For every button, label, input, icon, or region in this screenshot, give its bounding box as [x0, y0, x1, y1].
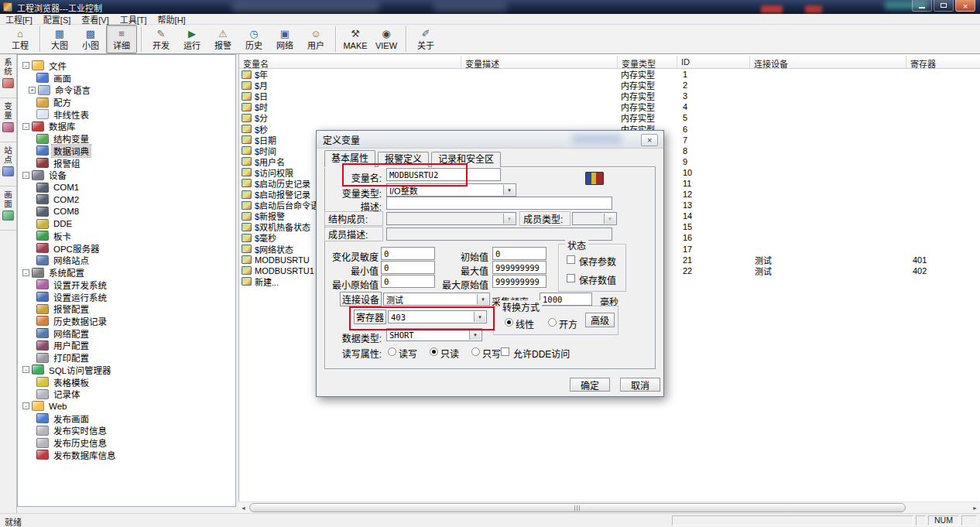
collapse-icon[interactable]: - [22, 269, 29, 276]
variable-name-input[interactable]: MODBUSRTU2 [386, 168, 501, 181]
scrollbar-thumb[interactable] [249, 503, 906, 512]
toolbar-button-about[interactable]: ✐关于 [410, 25, 441, 53]
tree-item[interactable]: COM8 [18, 206, 235, 218]
toolbar-button-view[interactable]: ◉VIEW [371, 25, 402, 53]
column-header-register[interactable]: 寄存器 [906, 56, 980, 69]
tree-item[interactable]: DDE [18, 217, 235, 230]
tree-item[interactable]: +命令语言 [18, 84, 235, 96]
tree-item[interactable]: 记录体 [18, 388, 235, 400]
ok-button[interactable]: 确定 [570, 378, 610, 392]
register-dropdown[interactable]: 403 [388, 310, 487, 323]
dialog-close-button[interactable] [641, 134, 658, 146]
tree-item[interactable]: 打印配置 [18, 351, 235, 364]
side-tab-screen[interactable]: 画面 [0, 187, 16, 231]
collapse-icon[interactable]: - [22, 62, 29, 69]
save-values-checkbox[interactable] [567, 274, 575, 282]
tree-item[interactable]: -Web [18, 400, 235, 412]
toolbar-button-run[interactable]: ▶运行 [176, 25, 207, 53]
tree-item[interactable]: -SQL访问管理器 [18, 364, 235, 376]
table-row[interactable]: $日内存实型3 [239, 91, 980, 101]
scroll-left-icon[interactable] [238, 503, 248, 513]
tree-item[interactable]: 数据词典 [18, 145, 235, 157]
toolbar-button-details[interactable]: ≡详细 [106, 25, 137, 53]
tree-item[interactable]: 报警组 [18, 157, 235, 169]
keyboard-icon[interactable] [585, 172, 604, 185]
read-write-radio[interactable] [388, 347, 396, 356]
tree-item[interactable]: 画面 [18, 72, 235, 84]
tree-item[interactable]: 设置运行系统 [18, 291, 235, 303]
tree-item[interactable]: 非线性表 [18, 108, 235, 121]
max-raw-input[interactable]: 999999999 [492, 275, 547, 288]
tree-item[interactable]: 网络配置 [18, 327, 235, 340]
tree-item[interactable]: 发布历史信息 [18, 436, 235, 449]
scroll-right-icon[interactable] [970, 503, 980, 513]
toolbar-button-larges-icon[interactable]: ▦大图 [44, 25, 75, 53]
tree-item[interactable]: 历史数据记录 [18, 315, 235, 327]
min-value-input[interactable]: 0 [381, 261, 435, 274]
toolbar-button-project[interactable]: ⌂工程 [5, 25, 36, 53]
dialog-tab-basic-props[interactable]: 基本属性 [324, 150, 375, 167]
dropdown-arrow-icon[interactable] [503, 185, 515, 195]
tree-item[interactable]: 配方 [18, 96, 235, 108]
tree-item[interactable]: COM2 [18, 193, 235, 206]
device-button[interactable]: 连接设备 [340, 292, 382, 306]
tree-item[interactable]: 发布实时信息 [18, 425, 235, 437]
minimize-button[interactable] [912, 0, 932, 12]
menu-item-view[interactable]: 查看[V] [76, 13, 114, 26]
close-button[interactable] [955, 0, 975, 12]
column-header-variable-desc[interactable]: 变量描述 [461, 56, 618, 69]
column-header-variable-name[interactable]: 变量名 [239, 56, 461, 69]
expand-icon[interactable]: + [29, 87, 36, 94]
toolbar-button-make[interactable]: ⚒MAKE [340, 25, 371, 53]
freq-input[interactable]: 1000 [540, 293, 592, 306]
cancel-button[interactable]: 取消 [620, 378, 660, 392]
collapse-icon[interactable]: - [22, 366, 29, 373]
toolbar-button-develop[interactable]: ✎开发 [146, 25, 176, 53]
advanced-button[interactable]: 高级 [585, 313, 615, 327]
column-header-variable-type[interactable]: 变量类型 [618, 56, 677, 69]
read-only-radio[interactable] [430, 347, 438, 356]
table-row[interactable]: $时内存实型4 [239, 101, 980, 112]
tree-item[interactable]: 板卡 [18, 230, 235, 242]
datatype-dropdown[interactable]: SHORT [386, 328, 482, 341]
table-row[interactable]: $分内存实型5 [239, 112, 980, 123]
horizontal-scrollbar[interactable] [238, 501, 980, 513]
tree-item[interactable]: OPC服务器 [18, 242, 235, 255]
dde-checkbox[interactable] [501, 347, 509, 356]
toolbar-button-alarm[interactable]: ⚠报警 [207, 25, 238, 53]
side-tab-station[interactable]: 站点 [0, 142, 16, 187]
table-row[interactable]: $年内存实型1 [239, 69, 980, 80]
initial-value-input[interactable]: 0 [492, 247, 547, 260]
tree-item[interactable]: 网络站点 [18, 255, 235, 267]
collapse-icon[interactable]: - [22, 402, 29, 409]
tree-item[interactable]: COM1 [18, 181, 235, 193]
write-only-radio[interactable] [471, 347, 480, 356]
tree-item[interactable]: 发布数据库信息 [18, 449, 235, 461]
max-value-input[interactable]: 999999999 [492, 261, 547, 274]
variable-type-dropdown[interactable]: I/O整数 [386, 183, 516, 197]
menu-item-tools[interactable]: 工具[T] [115, 13, 152, 26]
sqrt-radio[interactable] [548, 318, 557, 327]
linear-radio[interactable] [505, 318, 513, 327]
side-tab-system[interactable]: 系统 [0, 54, 16, 98]
tree-item[interactable]: -系统配置 [18, 266, 235, 279]
tree-item[interactable]: -设备 [18, 169, 235, 181]
menu-item-config[interactable]: 配置[S] [38, 13, 76, 26]
menu-item-help[interactable]: 帮助[H] [152, 13, 191, 26]
tree-item[interactable]: 设置开发系统 [18, 279, 235, 291]
tree-item[interactable]: 用户配置 [18, 340, 235, 352]
tree-item[interactable]: 表格模板 [18, 376, 235, 388]
tree-item[interactable]: 发布画面 [18, 412, 235, 425]
collapse-icon[interactable]: - [22, 172, 29, 179]
table-row[interactable]: $月内存实型2 [239, 80, 980, 91]
dropdown-arrow-icon[interactable] [474, 312, 485, 322]
description-input[interactable] [386, 197, 612, 210]
column-header-id[interactable]: ID [677, 56, 750, 69]
dialog-tab-record-security[interactable]: 记录和安全区 [431, 152, 501, 167]
restore-button[interactable] [934, 0, 954, 12]
toolbar-button-user[interactable]: ☺用户 [300, 25, 331, 53]
column-header-device[interactable]: 连接设备 [750, 56, 906, 69]
tree-item[interactable]: -文件 [18, 60, 235, 72]
device-dropdown[interactable]: 测试 [383, 293, 490, 306]
toolbar-button-history[interactable]: ◷历史 [238, 25, 269, 53]
